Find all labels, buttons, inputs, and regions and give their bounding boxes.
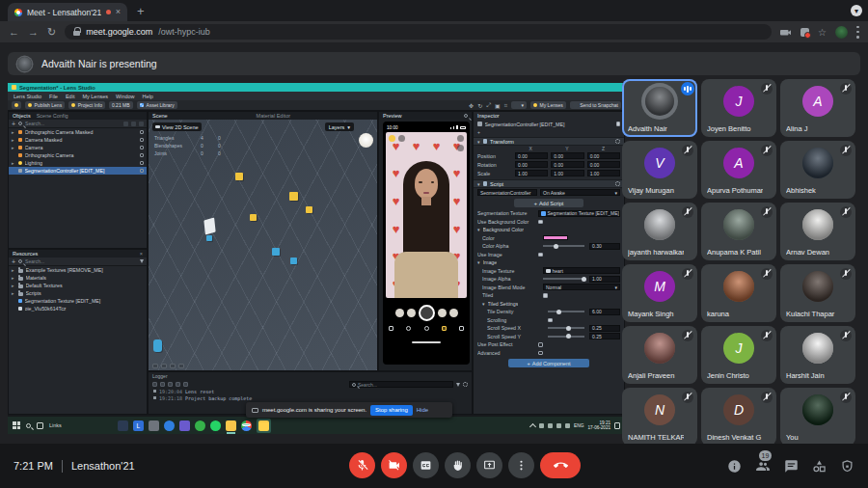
browser-menu-icon[interactable] [856, 26, 859, 39]
tray-icon[interactable] [548, 423, 553, 428]
scene-viewport[interactable]: View 2D Scene Triangles40 Blendshapes00 … [149, 120, 377, 370]
lens-option[interactable] [438, 309, 447, 317]
copy-log-icon[interactable] [160, 382, 165, 387]
flip-camera-icon[interactable] [457, 135, 464, 142]
participant-tile[interactable]: jayanth harwalkar [622, 203, 697, 260]
participant-tile[interactable]: Kulachi Thapar [780, 264, 855, 322]
frame-tool-icon[interactable]: ▣ [495, 102, 501, 109]
hide-sharing-bar-button[interactable]: Hide [417, 407, 428, 413]
tab-scene-config[interactable]: Scene Config [37, 113, 68, 119]
lens-studio-taskbar-icon[interactable]: L [133, 420, 144, 431]
rotation-x-field[interactable]: 0.00 [515, 161, 548, 168]
segmentation-texture-field[interactable]: Segmentation Texture [EDIT_ME] [538, 210, 620, 217]
extension-icon[interactable] [800, 28, 809, 37]
present-button[interactable] [476, 452, 502, 478]
scroll-speed-x-slider[interactable] [548, 327, 584, 329]
object-row[interactable]: Orthographic Camera [9, 151, 147, 159]
script-event-dropdown[interactable]: On Awake▾ [540, 189, 620, 196]
add-component-button[interactable]: +Add Component [508, 359, 589, 367]
objects-search-input[interactable]: Search... [25, 121, 121, 126]
collapse-icon[interactable]: ▾ [482, 301, 485, 307]
tile-density-value[interactable]: 6.00 [589, 309, 620, 315]
scene-plane-object[interactable] [203, 218, 215, 235]
resources-search-input[interactable]: Search... [25, 258, 137, 264]
advanced-checkbox[interactable] [538, 351, 543, 356]
menu-help[interactable]: Help [143, 94, 153, 99]
rotate-tool-icon[interactable]: ↻ [477, 102, 482, 109]
activities-button[interactable] [812, 459, 827, 474]
bookmark-star-icon[interactable]: ☆ [818, 27, 827, 38]
file-explorer-icon[interactable] [226, 420, 236, 431]
address-field[interactable]: meet.google.com/owt-hypc-iub [65, 24, 772, 40]
participant-tile[interactable]: You [780, 388, 855, 446]
lenses-tab-icon[interactable] [442, 326, 447, 331]
position-x-field[interactable]: 0.00 [515, 152, 548, 159]
snap-search-icon[interactable] [398, 135, 405, 142]
move-tool-icon[interactable]: ✥ [469, 102, 474, 109]
viewport-mode-dropdown[interactable]: ▾ [511, 101, 527, 109]
color-alpha-slider[interactable] [543, 245, 584, 247]
clear-log-icon[interactable] [152, 382, 157, 387]
participant-tile[interactable]: J Joyen Benitto [701, 79, 776, 137]
collapse-icon[interactable]: ▾ [477, 227, 480, 232]
logger-search-input[interactable]: Search... [349, 381, 453, 388]
forward-icon[interactable]: → [28, 27, 39, 38]
tab-close-icon[interactable]: × [116, 8, 121, 16]
expand-icon[interactable]: ▸ [12, 145, 15, 150]
resource-row[interactable]: ▸Example Textures [REMOVE_ME] [9, 266, 147, 274]
participant-tile[interactable]: Harshit Jain [780, 326, 855, 384]
view-2d-scene-button[interactable]: View 2D Scene [152, 122, 202, 131]
active-app-highlight[interactable] [257, 419, 271, 433]
menu-lens-studio[interactable]: Lens Studio [14, 94, 41, 99]
scale-y-field[interactable]: 1.00 [551, 170, 583, 176]
collapse-icon[interactable]: ▾ [477, 259, 480, 265]
lens-option[interactable] [407, 309, 416, 317]
publish-lens-button[interactable]: Publish Lens [25, 101, 65, 109]
laptop-toggle-icon[interactable] [161, 364, 167, 368]
object-row[interactable]: ▸Camera [9, 144, 147, 151]
tiled-checkbox[interactable] [543, 293, 548, 298]
language-indicator[interactable]: ENG [574, 423, 583, 428]
visibility-icon[interactable] [131, 122, 136, 126]
filter-icon[interactable] [140, 259, 144, 263]
resource-row[interactable]: ▸Materials [9, 274, 147, 282]
chat-tab-icon[interactable] [389, 326, 393, 331]
script-section[interactable]: Script [490, 181, 612, 187]
rotation-y-field[interactable]: 0.00 [551, 161, 583, 168]
stop-sharing-button[interactable]: Stop sharing [370, 405, 413, 416]
menu-my-lenses[interactable]: My Lenses [82, 94, 108, 99]
browser-tab[interactable]: Meet - Lensathon'21 × [8, 3, 127, 21]
captions-button[interactable] [413, 452, 439, 478]
resource-row[interactable]: Segmentation Texture [EDIT_ME] [9, 297, 147, 305]
image-alpha-slider[interactable] [543, 278, 584, 280]
script-name-field[interactable]: SegmentationController [477, 189, 537, 196]
scene-cylinder-blue[interactable] [153, 339, 162, 352]
raise-hand-button[interactable] [445, 452, 471, 478]
whatsapp-icon[interactable] [210, 420, 221, 431]
grid-toggle-icon[interactable] [178, 364, 184, 368]
more-options-button[interactable] [508, 452, 534, 478]
tab-material-editor[interactable]: Material Editor [257, 113, 290, 119]
scale-tool-icon[interactable]: ⤢ [486, 102, 491, 109]
tile-density-slider[interactable] [548, 311, 584, 312]
participants-button[interactable]: 19 [755, 459, 771, 474]
object-enabled-checkbox[interactable] [140, 138, 145, 143]
participant-tile[interactable]: Advaith Nair [622, 79, 697, 137]
tray-icon[interactable] [539, 423, 544, 428]
object-row[interactable]: ▸Lighting [9, 159, 147, 167]
add-icon[interactable]: + [477, 129, 480, 135]
snap-tool-icon[interactable]: ⌗ [504, 102, 507, 109]
object-row-selected[interactable]: SegmentationController [EDIT_ME] [9, 167, 147, 175]
menu-file[interactable]: File [49, 94, 58, 99]
collapse-icon[interactable]: ▾ [477, 181, 480, 187]
camera-tab-icon[interactable] [424, 326, 429, 331]
explore-tab-icon[interactable] [459, 326, 464, 331]
host-controls-button[interactable] [840, 459, 854, 474]
scale-x-field[interactable]: 1.00 [515, 170, 548, 176]
add-script-button[interactable]: +Add Script [514, 199, 583, 207]
taskbar-links-label[interactable]: Links [49, 422, 62, 428]
object-enabled-checkbox[interactable] [140, 146, 145, 150]
task-view-icon[interactable] [37, 422, 43, 429]
resource-row[interactable]: ▸Default Textures [9, 282, 147, 289]
send-to-snapchat-button[interactable]: Send to Snapchat [570, 101, 621, 109]
